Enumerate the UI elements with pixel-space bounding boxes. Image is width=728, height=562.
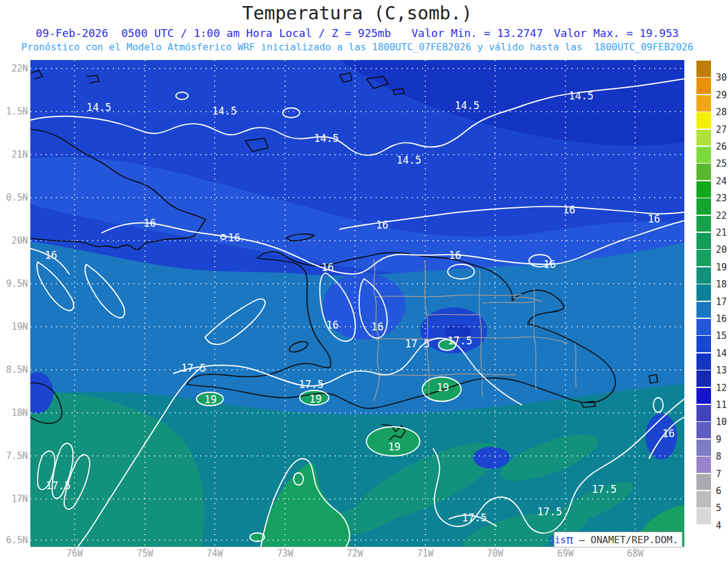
contour-label: 14.5: [314, 132, 339, 144]
colorbar-segment: [696, 336, 711, 352]
contour-label: 14.5: [87, 101, 112, 113]
colorbar-tick-label: 26: [716, 141, 727, 152]
colorbar-tick-label: 5: [716, 503, 721, 513]
colorbar-segment: [696, 198, 711, 215]
colorbar-segment: [696, 405, 711, 421]
colorbar-segment: [696, 61, 711, 77]
contour-label: 19: [388, 441, 400, 453]
contour-label: 17.5: [592, 483, 617, 495]
colorbar-segment: [696, 302, 711, 318]
colorbar-tick-label: 25: [716, 158, 727, 169]
map-canvas: [0, 0, 728, 562]
colorbar-segment: [696, 508, 711, 524]
colorbar-tick-label: 12: [716, 383, 727, 393]
colorbar-segment: [696, 422, 711, 438]
colorbar-tick-label: 23: [716, 193, 727, 204]
colorbar-segment: [696, 130, 711, 146]
colorbar-tick-label: 28: [716, 107, 727, 118]
x-axis-tick-label: 72W: [346, 548, 363, 559]
colorbar-segment: [696, 233, 711, 249]
y-axis-tick-label: 1.5N: [0, 106, 28, 117]
colorbar-tick-label: 10: [716, 416, 727, 427]
y-axis-tick-label: 20N: [0, 235, 28, 246]
colorbar-tick-label: 14: [716, 348, 727, 359]
contour-label: 17.5: [538, 506, 562, 518]
colorbar-tick-label: 17: [716, 296, 727, 307]
colorbar-tick-label: 27: [716, 124, 727, 135]
contour-label: 16: [449, 249, 461, 261]
y-axis-tick-label: 21N: [0, 149, 28, 160]
contour-label: 17.5: [299, 378, 324, 390]
colorbar-segment: [696, 370, 711, 387]
colorbar-segment: [696, 78, 711, 94]
colorbar-tick-label: 18: [716, 279, 727, 290]
colorbar-tick-label: 13: [716, 365, 727, 376]
contour-label: 14.5: [212, 105, 237, 117]
x-axis-tick-label: 74W: [206, 548, 223, 559]
map-art: [473, 447, 510, 469]
colorbar-segment: [696, 95, 711, 112]
x-axis-tick-label: 71W: [417, 548, 433, 559]
colorbar-segment: [696, 474, 711, 490]
colorbar-tick-label: 29: [716, 90, 727, 101]
y-axis-tick-label: 6.5N: [0, 535, 28, 546]
contour-label: 16: [662, 427, 675, 440]
colorbar-tick-label: 19: [716, 262, 727, 273]
colorbar-tick-label: 11: [716, 400, 727, 410]
colorbar-tick-label: 30: [716, 72, 727, 83]
colorbar-tick-label: 8: [716, 451, 721, 462]
colorbar-tick-label: 15: [716, 330, 727, 341]
contour-label: 14.5: [455, 99, 480, 112]
pi-logo: π: [566, 535, 573, 544]
contour-label: 16: [371, 321, 383, 333]
y-axis-tick-label: 9.5N: [0, 278, 28, 289]
contour-label: 16: [45, 249, 57, 261]
colorbar-tick-label: 9: [716, 434, 721, 445]
x-axis-tick-label: 76W: [66, 548, 83, 559]
colorbar-tick-label: 6: [716, 486, 721, 497]
colorbar-segment: [696, 353, 711, 370]
contour-label: 16: [322, 261, 334, 273]
y-axis-tick-label: 8.5N: [0, 364, 28, 375]
colorbar-segment: [696, 112, 711, 129]
contour-label: 16: [228, 232, 240, 244]
contour-label: 19: [204, 393, 217, 406]
y-axis-tick-label: 0.5N: [0, 192, 28, 203]
x-axis-tick-label: 70W: [487, 548, 503, 559]
y-axis-tick-label: 19N: [0, 321, 28, 332]
y-axis-tick-label: 22N: [0, 63, 28, 74]
x-axis-tick-label: 69W: [557, 548, 573, 559]
weather-map-page: Temperatura (C,somb.) 09-Feb-2026 0500 U…: [0, 0, 728, 562]
colorbar-tick-label: 7: [716, 469, 721, 480]
x-axis-tick-label: 68W: [627, 548, 643, 559]
x-axis-tick-label: 73W: [277, 548, 293, 559]
contour-label: 16: [144, 217, 156, 229]
contour-label: 16: [563, 204, 575, 216]
colorbar-tick-label: 20: [716, 244, 727, 255]
colorbar-tick-label: 21: [716, 227, 727, 238]
contour-label: 19: [309, 393, 322, 405]
colorbar-segment: [696, 491, 711, 507]
contour-label: 17.5: [405, 338, 430, 350]
contour-label: 17.5: [462, 512, 487, 524]
contour-label: 14.5: [397, 154, 422, 166]
colorbar-segment: [696, 388, 711, 404]
contour-label: 19: [437, 381, 449, 393]
contour-label: 17.5: [181, 362, 206, 374]
colorbar-segment: [696, 526, 711, 542]
branding-box: Sisπ – ONAMET/REP.DOM.: [554, 532, 682, 547]
y-axis-tick-label: 7.5N: [0, 450, 28, 461]
colorbar-segment: [696, 250, 711, 266]
colorbar-tick-label: 22: [716, 210, 727, 221]
branding-sis: Sis: [548, 534, 566, 546]
y-axis-tick-label: 17N: [0, 493, 28, 504]
contour-label: 16: [326, 319, 339, 331]
colorbar-segment: [696, 216, 711, 232]
colorbar-segment: [696, 147, 711, 163]
colorbar-segment: [696, 319, 711, 335]
colorbar-segment: [696, 440, 711, 456]
colorbar-tick-label: 4: [716, 520, 721, 531]
branding-agency: – ONAMET/REP.DOM.: [573, 534, 678, 546]
contour-label: 16: [376, 219, 388, 231]
colorbar-tick-label: 16: [716, 313, 727, 324]
